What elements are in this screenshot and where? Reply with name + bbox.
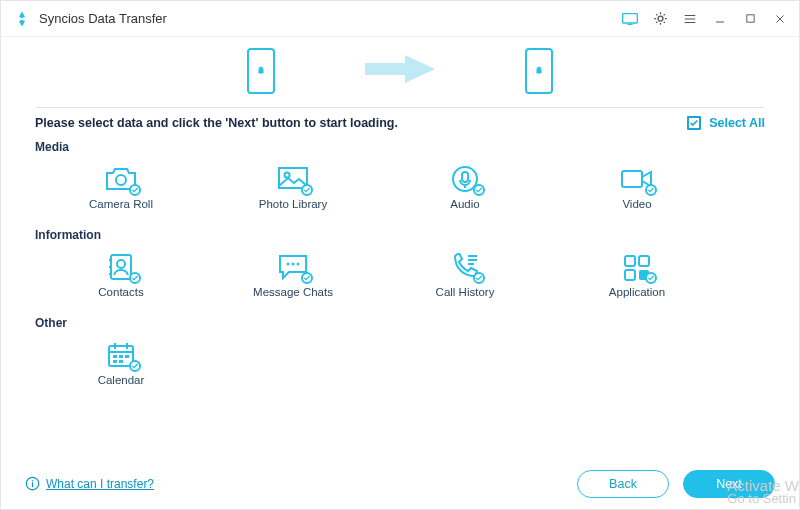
transfer-arrow-icon [365, 53, 435, 89]
call-history-icon [379, 252, 551, 282]
item-label: Application [551, 286, 723, 298]
svg-rect-2 [746, 15, 753, 22]
information-grid: Contacts Message Chats Call History Appl… [35, 246, 765, 306]
device-toolbar-icon[interactable] [621, 10, 639, 28]
calendar-icon [35, 340, 207, 370]
svg-point-14 [117, 260, 125, 268]
svg-point-29 [32, 480, 34, 482]
window-controls [621, 10, 789, 28]
item-label: Camera Roll [35, 198, 207, 210]
help-link-text[interactable]: What can I transfer? [46, 477, 154, 491]
minimize-icon[interactable] [711, 10, 729, 28]
svg-rect-18 [625, 256, 635, 266]
item-calendar[interactable]: Calendar [35, 334, 207, 394]
svg-rect-1 [627, 23, 632, 24]
select-all-toggle[interactable]: Select All [687, 116, 765, 130]
item-label: Message Chats [207, 286, 379, 298]
app-title: Syncios Data Transfer [39, 11, 621, 26]
svg-point-16 [292, 263, 295, 266]
svg-point-9 [285, 173, 290, 178]
item-label: Contacts [35, 286, 207, 298]
svg-rect-23 [113, 355, 117, 358]
select-all-label: Select All [709, 116, 765, 130]
item-camera-roll[interactable]: Camera Roll [35, 158, 207, 218]
item-label: Audio [379, 198, 551, 210]
svg-point-7 [116, 175, 126, 185]
item-call-history[interactable]: Call History [379, 246, 551, 306]
application-icon [551, 252, 723, 282]
svg-rect-12 [622, 171, 642, 187]
svg-rect-27 [119, 360, 123, 363]
svg-rect-26 [113, 360, 117, 363]
item-contacts[interactable]: Contacts [35, 246, 207, 306]
back-button[interactable]: Back [577, 470, 669, 498]
footer: What can I transfer? Back Next [1, 457, 799, 509]
close-icon[interactable] [771, 10, 789, 28]
info-icon [25, 476, 40, 491]
target-phone-icon [525, 48, 553, 94]
photo-library-icon [207, 164, 379, 194]
device-diagram [1, 37, 799, 105]
divider [35, 107, 765, 108]
item-photo-library[interactable]: Photo Library [207, 158, 379, 218]
next-button[interactable]: Next [683, 470, 775, 498]
svg-rect-24 [119, 355, 123, 358]
svg-rect-30 [32, 482, 33, 487]
svg-rect-19 [639, 256, 649, 266]
svg-point-3 [259, 69, 260, 70]
contacts-icon [35, 252, 207, 282]
svg-point-15 [287, 263, 290, 266]
svg-rect-25 [125, 355, 129, 358]
svg-rect-11 [462, 172, 468, 182]
source-phone-icon [247, 48, 275, 94]
instruction-text: Please select data and click the 'Next' … [35, 116, 398, 130]
svg-point-4 [262, 69, 263, 70]
other-grid: Calendar [35, 334, 765, 394]
titlebar: Syncios Data Transfer [1, 1, 799, 37]
main-content: Please select data and click the 'Next' … [1, 105, 799, 394]
message-icon [207, 252, 379, 282]
help-link[interactable]: What can I transfer? [25, 476, 154, 491]
media-grid: Camera Roll Photo Library Audio Video [35, 158, 765, 218]
item-application[interactable]: Application [551, 246, 723, 306]
item-label: Call History [379, 286, 551, 298]
svg-point-5 [537, 69, 538, 70]
item-label: Calendar [35, 374, 207, 386]
maximize-icon[interactable] [741, 10, 759, 28]
item-label: Video [551, 198, 723, 210]
section-title-information: Information [35, 228, 765, 242]
item-audio[interactable]: Audio [379, 158, 551, 218]
section-title-other: Other [35, 316, 765, 330]
section-title-media: Media [35, 140, 765, 154]
svg-rect-0 [623, 13, 638, 22]
svg-rect-20 [625, 270, 635, 280]
item-label: Photo Library [207, 198, 379, 210]
settings-gear-icon[interactable] [651, 10, 669, 28]
video-icon [551, 164, 723, 194]
app-logo-icon [13, 10, 31, 28]
camera-icon [35, 164, 207, 194]
svg-point-6 [540, 69, 541, 70]
item-video[interactable]: Video [551, 158, 723, 218]
audio-icon [379, 164, 551, 194]
menu-icon[interactable] [681, 10, 699, 28]
item-message-chats[interactable]: Message Chats [207, 246, 379, 306]
select-all-checkbox-icon [687, 116, 701, 130]
svg-point-17 [297, 263, 300, 266]
